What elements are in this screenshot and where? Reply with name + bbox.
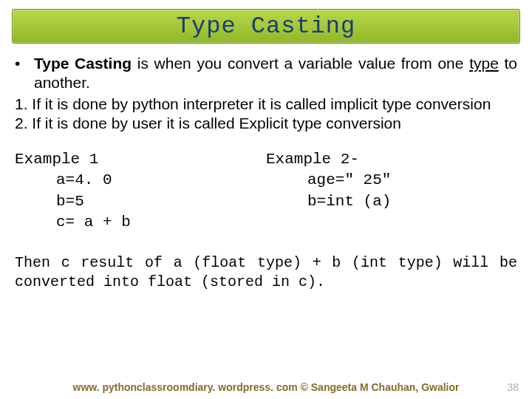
examples-block: Example 1 a=4. 0 b=5 c= a + b Example 2-… xyxy=(15,149,517,233)
ex1-line-b: b=5 xyxy=(15,191,266,212)
ex2-line-b: b=int (a) xyxy=(266,191,517,212)
intro-bullet-row: • Type Casting is when you convert a var… xyxy=(15,54,517,93)
conclusion-text: Then c result of a (float type) + b (int… xyxy=(15,253,517,292)
slide-title: Type Casting xyxy=(177,13,355,40)
footer-text: www. pythonclassroomdiary. wordpress. co… xyxy=(0,381,532,393)
ex1-title: Example 1 xyxy=(15,149,266,170)
intro-rest-1: is when you convert a variable value fro… xyxy=(132,55,469,72)
ex2-title: Example 2- xyxy=(266,149,517,170)
ex1-line-c: c= a + b xyxy=(15,212,266,233)
intro-strong: Type Casting xyxy=(34,55,132,72)
ex1-line-a: a=4. 0 xyxy=(15,170,266,191)
example-2: Example 2- age=" 25" b=int (a) xyxy=(266,149,517,233)
intro-text: Type Casting is when you convert a varia… xyxy=(34,54,517,93)
line-2: 2. If it is done by user it is called Ex… xyxy=(15,114,517,133)
ex2-line-a: age=" 25" xyxy=(266,170,517,191)
slide-title-box: Type Casting xyxy=(12,9,520,44)
intro-underline: type xyxy=(469,55,499,72)
example-1: Example 1 a=4. 0 b=5 c= a + b xyxy=(15,149,266,233)
page-number: 38 xyxy=(507,381,519,393)
content-area: • Type Casting is when you convert a var… xyxy=(15,54,517,292)
bullet-icon: • xyxy=(15,54,34,93)
line-1: 1. If it is done by python interpreter i… xyxy=(15,95,517,114)
